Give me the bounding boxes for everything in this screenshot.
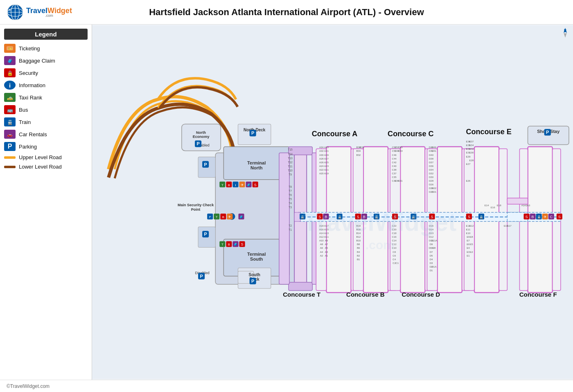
svg-text:T10: T10 xyxy=(288,169,293,172)
svg-text:Point: Point xyxy=(191,207,201,212)
svg-text:A3: A3 xyxy=(325,251,328,253)
svg-marker-15 xyxy=(564,33,567,38)
svg-text:A33: A33 xyxy=(324,146,329,149)
svg-text:A7: A7 xyxy=(325,243,328,246)
svg-text:B33: B33 xyxy=(359,146,364,149)
svg-text:E27: E27 xyxy=(466,163,471,165)
bus-icon: 🚌 xyxy=(4,105,16,114)
footer-copyright: ©TravelWidget.com xyxy=(7,383,50,389)
svg-text:E29: E29 xyxy=(466,155,471,158)
terminal-north-label: Terminal xyxy=(247,160,266,165)
svg-text:A31: A31 xyxy=(324,150,329,152)
svg-text:B: B xyxy=(228,183,230,187)
legend-item-train: 🚆 Train xyxy=(4,117,88,127)
svg-text:A3: A3 xyxy=(527,204,530,207)
taxi-label: Taxi Rank xyxy=(19,95,42,101)
svg-text:C40: C40 xyxy=(392,165,397,167)
svg-text:🚌: 🚌 xyxy=(7,107,13,113)
svg-text:S: S xyxy=(558,215,561,219)
svg-text:E17: E17 xyxy=(507,225,512,227)
svg-text:E14: E14 xyxy=(485,204,489,207)
svg-text:B34: B34 xyxy=(356,150,361,152)
svg-text:🚕: 🚕 xyxy=(7,95,13,101)
lower-road-label: Lower Level Road xyxy=(19,164,62,170)
baggage-icon: 🧳 xyxy=(4,56,16,65)
svg-text:D8: D8 xyxy=(433,247,436,249)
concourse-t-bottom-label: Concourse T xyxy=(283,291,321,298)
footer: ©TravelWidget.com xyxy=(0,380,573,392)
svg-text:E4: E4 xyxy=(467,247,470,249)
car-icon: 🚗 xyxy=(4,130,16,139)
security-icon: 🔒 xyxy=(4,68,16,77)
svg-text:E1: E1 xyxy=(467,255,470,257)
svg-text:🔒: 🔒 xyxy=(7,70,13,76)
concourse-a-top-label: Concourse A xyxy=(312,130,358,138)
legend-item-parking: P Parking xyxy=(4,141,88,152)
svg-text:C42: C42 xyxy=(392,161,397,164)
svg-text:.com: .com xyxy=(365,238,394,252)
taxi-icon: 🚕 xyxy=(4,93,16,102)
svg-text:C46: C46 xyxy=(392,154,397,156)
parking-label: Parking xyxy=(19,144,37,150)
svg-text:TravelWidget: TravelWidget xyxy=(303,208,456,236)
car-label: Car Rentals xyxy=(19,131,47,137)
compass: N xyxy=(561,27,570,39)
svg-text:B6: B6 xyxy=(357,247,360,249)
svg-text:T8: T8 xyxy=(289,185,292,188)
svg-text:South: South xyxy=(250,257,263,261)
svg-text:B8: B8 xyxy=(357,243,360,246)
svg-text:D30: D30 xyxy=(429,176,434,178)
svg-text:P: P xyxy=(200,274,203,279)
svg-text:🧳: 🧳 xyxy=(233,242,238,247)
information-label: Information xyxy=(19,82,45,88)
concourse-f-bottom-label: Concourse F xyxy=(519,291,557,298)
svg-text:E16: E16 xyxy=(491,206,495,209)
svg-text:E28: E28 xyxy=(469,159,474,162)
svg-text:D3: D3 xyxy=(430,262,433,264)
svg-text:A25: A25 xyxy=(324,161,329,164)
svg-text:P: P xyxy=(546,130,549,135)
svg-text:T14: T14 xyxy=(288,153,293,155)
svg-text:D36: D36 xyxy=(429,165,434,167)
svg-text:T: T xyxy=(216,215,218,219)
svg-text:i: i xyxy=(235,184,236,187)
svg-text:A23: A23 xyxy=(324,165,329,167)
legend-item-bus: 🚌 Bus xyxy=(4,104,88,115)
svg-text:P: P xyxy=(204,162,207,167)
svg-text:T13: T13 xyxy=(288,157,293,160)
svg-text:B1: B1 xyxy=(357,258,360,261)
main-layout: Legend 🎫 Ticketing 🧳 Baggage Claim 🔒 Sec… xyxy=(0,25,573,380)
svg-text:C44: C44 xyxy=(392,158,397,160)
svg-text:B4: B4 xyxy=(357,251,360,253)
svg-text:T7: T7 xyxy=(289,189,292,192)
svg-text:A29: A29 xyxy=(324,154,329,156)
svg-text:🚗: 🚗 xyxy=(7,132,13,137)
svg-text:N: N xyxy=(564,28,566,32)
svg-text:T: T xyxy=(221,243,223,246)
legend-item-ticketing: 🎫 Ticketing xyxy=(4,43,88,54)
svg-text:B32: B32 xyxy=(356,154,361,156)
legend-item-security: 🔒 Security xyxy=(4,68,88,78)
svg-text:P: P xyxy=(251,131,254,135)
svg-text:P: P xyxy=(209,215,211,219)
legend-item-baggage: 🧳 Baggage Claim xyxy=(4,55,88,66)
svg-text:D41: D41 xyxy=(432,150,437,152)
legend-item-car: 🚗 Car Rentals xyxy=(4,129,88,140)
svg-text:D22: D22 xyxy=(432,187,437,189)
sidebar: Legend 🎫 Ticketing 🧳 Baggage Claim 🔒 Sec… xyxy=(0,25,92,380)
svg-text:T4: T4 xyxy=(289,202,292,205)
svg-text:S: S xyxy=(526,215,528,219)
svg-text:A32: A32 xyxy=(319,150,324,152)
svg-text:A26: A26 xyxy=(319,161,324,164)
svg-text:E6: E6 xyxy=(467,243,470,246)
svg-text:A10: A10 xyxy=(319,239,324,242)
svg-text:C35: C35 xyxy=(392,176,397,178)
svg-text:A34: A34 xyxy=(319,146,324,149)
svg-text:B: B xyxy=(532,215,534,219)
svg-text:P: P xyxy=(204,232,207,237)
svg-text:🧳: 🧳 xyxy=(239,214,244,219)
bus-label: Bus xyxy=(19,107,28,113)
svg-text:C: C xyxy=(550,215,553,219)
svg-text:S: S xyxy=(254,183,257,187)
svg-text:E10: E10 xyxy=(466,232,471,234)
